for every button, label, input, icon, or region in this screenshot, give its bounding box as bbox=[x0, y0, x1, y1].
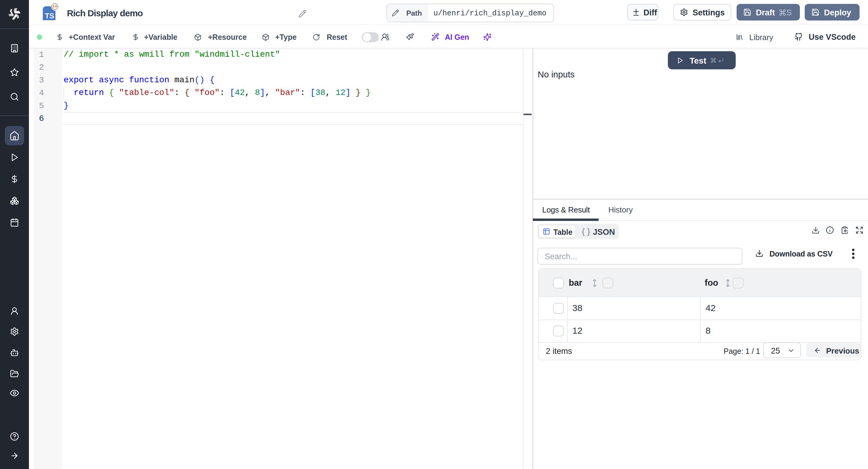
svg-text:TS: TS bbox=[45, 12, 54, 20]
